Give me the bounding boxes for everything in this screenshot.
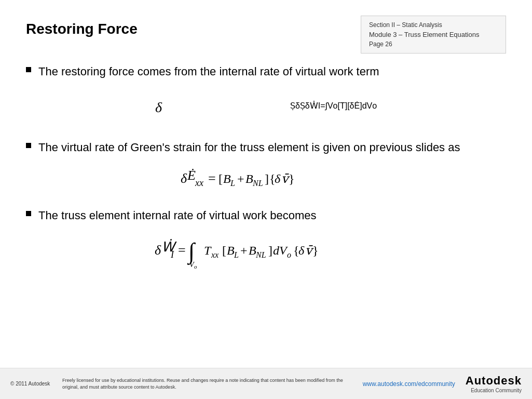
svg-text:Ẇ: Ẇ xyxy=(161,239,177,255)
svg-text:δ: δ xyxy=(298,244,305,257)
svg-text:δ: δ xyxy=(275,172,281,185)
svg-text:NL: NL xyxy=(252,179,263,188)
svg-text:]: ] xyxy=(265,172,269,185)
page-title: Restoring Force xyxy=(26,21,138,37)
svg-text:L: L xyxy=(230,179,235,188)
svg-text:xx: xx xyxy=(211,250,219,259)
svg-text:NL: NL xyxy=(255,250,266,259)
bullet-text-3: The truss element internal rate of virtu… xyxy=(38,208,317,224)
bullet-item-2: The virtual rate of Green's strain for t… xyxy=(26,140,506,156)
svg-text:o: o xyxy=(287,250,291,259)
svg-text:]: ] xyxy=(268,244,272,257)
svg-text:Ė: Ė xyxy=(187,168,196,183)
formula-2: δ Ė xx = [ B L + B NL ] { δ v̄ } xyxy=(178,161,354,195)
formula-1: δ xyxy=(155,85,290,127)
svg-text:B: B xyxy=(249,244,256,257)
bullet-text-2: The virtual rate of Green's strain for t… xyxy=(38,140,460,156)
bullet-item-3: The truss element internal rate of virtu… xyxy=(26,208,506,224)
formula-2-container: δ Ė xx = [ B L + B NL ] { δ v̄ } xyxy=(26,161,506,195)
formula-3-container: δ Ẇ I = ∫ V o T xx [ B L + B NL ] xyxy=(26,229,506,273)
formula-1-container: δṢ δṢ δ Ẇ I = ∫ V o [ T ] [ δ Ė ] xyxy=(26,85,506,127)
bullet-text-1: The restoring force comes from the inter… xyxy=(38,64,379,80)
bullet-section-1: The restoring force comes from the inter… xyxy=(26,64,506,127)
svg-text:+: + xyxy=(240,244,248,257)
svg-text:L: L xyxy=(234,250,239,259)
svg-text:}: } xyxy=(312,244,319,257)
svg-text:}: } xyxy=(289,172,295,185)
formula-3: δ Ẇ I = ∫ V o T xx [ B L + B NL ] xyxy=(152,229,380,273)
bullet-square-2 xyxy=(26,143,31,148)
footer: © 2011 Autodesk Freely licensed for use … xyxy=(0,368,532,399)
section-info-box: Section II – Static Analysis Module 3 – … xyxy=(361,16,506,54)
footer-license: Freely licensed for use by educational i… xyxy=(52,377,363,390)
svg-text:+: + xyxy=(237,172,244,185)
section-label: Section II – Static Analysis xyxy=(369,21,498,29)
svg-text:δ: δ xyxy=(155,243,161,258)
svg-text:=: = xyxy=(208,171,216,186)
svg-text:T: T xyxy=(204,244,212,257)
footer-copyright: © 2011 Autodesk xyxy=(10,381,52,387)
autodesk-brand-sub: Education Community xyxy=(471,388,522,393)
bullet-square-1 xyxy=(26,67,31,72)
autodesk-brand: Autodesk xyxy=(466,374,522,388)
footer-url[interactable]: www.autodesk.com/edcommunity xyxy=(363,380,455,388)
svg-text:[: [ xyxy=(222,244,226,257)
svg-text:[: [ xyxy=(219,172,223,185)
main-content: Restoring Force Section II – Static Anal… xyxy=(0,0,532,296)
module-label: Module 3 – Truss Element Equations xyxy=(369,31,498,38)
svg-text:δ: δ xyxy=(155,99,162,115)
svg-text:δ: δ xyxy=(181,171,187,186)
svg-text:I: I xyxy=(170,249,174,260)
bullet-item-1: The restoring force comes from the inter… xyxy=(26,64,506,80)
autodesk-logo-area: Autodesk Education Community xyxy=(466,374,522,393)
footer-right: www.autodesk.com/edcommunity Autodesk Ed… xyxy=(363,374,522,393)
svg-text:B: B xyxy=(245,172,253,185)
bullet-section-3: The truss element internal rate of virtu… xyxy=(26,208,506,273)
bullet-section-2: The virtual rate of Green's strain for t… xyxy=(26,140,506,195)
svg-text:xx: xx xyxy=(195,178,203,188)
svg-text:=: = xyxy=(178,243,186,258)
bullet-square-3 xyxy=(26,211,31,216)
page-label: Page 26 xyxy=(369,41,498,48)
svg-text:B: B xyxy=(223,172,231,185)
header-area: Restoring Force Section II – Static Anal… xyxy=(26,16,506,54)
svg-text:o: o xyxy=(194,263,197,270)
svg-text:B: B xyxy=(227,244,235,257)
